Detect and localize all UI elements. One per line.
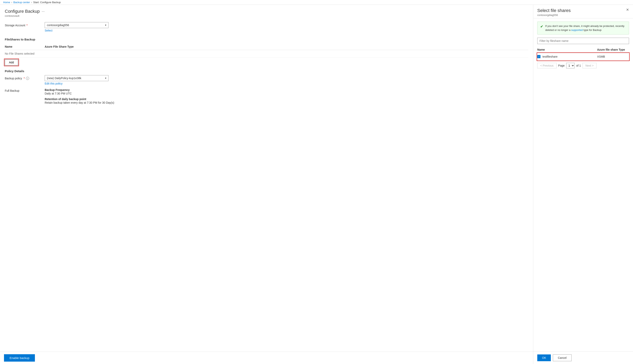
page-of-label: of 1 xyxy=(576,64,581,67)
add-button[interactable]: Add xyxy=(5,60,18,66)
file-type-cell: XSMB xyxy=(597,55,629,58)
file-name-cell: testfileshare xyxy=(542,55,597,58)
policy-chevron-icon: ▾ xyxy=(105,77,106,80)
breadcrumb-backup-center[interactable]: Backup center xyxy=(13,1,30,4)
right-bottom: OK Cancel xyxy=(533,352,633,364)
right-panel: Select file shares contosorgdiag556 ✕ ✔ … xyxy=(533,5,633,364)
file-table-header: Name Azure file share Type xyxy=(537,46,629,53)
file-row[interactable]: ✓ testfileshare XSMB xyxy=(537,53,629,60)
enable-backup-button[interactable]: Enable backup xyxy=(4,354,35,362)
close-button[interactable]: ✕ xyxy=(626,8,629,12)
select-link[interactable]: Select xyxy=(45,29,53,32)
backup-freq-title: Backup Frequency xyxy=(45,88,528,92)
policy-section: Policy Details Backup policy * i (new) D… xyxy=(5,69,528,107)
check-icon: ✔ xyxy=(540,24,543,29)
supported-link[interactable]: supported xyxy=(571,28,583,32)
full-backup-label: Full Backup xyxy=(5,88,45,92)
bottom-bar: Enable backup xyxy=(0,352,533,364)
policy-section-title: Policy Details xyxy=(5,69,528,73)
cancel-button[interactable]: Cancel xyxy=(553,354,571,361)
backup-policy-dropdown[interactable]: (new) DailyPolicy-kup1e38k ▾ xyxy=(45,75,109,81)
col-name-header: Name xyxy=(5,45,45,48)
breadcrumb-current: Start: Configure Backup xyxy=(33,1,61,4)
backup-policy-label: Backup policy xyxy=(5,77,22,80)
pagination: < Previous Page 1 of 1 Next > xyxy=(537,63,629,68)
fileshares-section: FileShares to Backup Name Azure File Sha… xyxy=(5,38,528,66)
breadcrumb-home[interactable]: Home xyxy=(3,1,10,4)
edit-policy-link[interactable]: Edit this policy xyxy=(45,82,63,85)
page-title: Configure Backup xyxy=(5,9,40,14)
ok-button[interactable]: OK xyxy=(537,354,551,361)
previous-button[interactable]: < Previous xyxy=(537,63,557,68)
info-icon[interactable]: i xyxy=(26,77,29,80)
backup-policy-value: (new) DailyPolicy-kup1e38k xyxy=(47,76,81,80)
info-banner: ✔ If you don't see your file share, it m… xyxy=(537,22,629,34)
no-files-label: No File Shares selected xyxy=(5,52,45,55)
storage-account-dropdown[interactable]: contosorgdiag556 ▾ xyxy=(45,22,109,28)
vault-subtitle: contosovault xyxy=(5,14,528,17)
storage-label: Storage Account * xyxy=(5,22,45,27)
page-select[interactable]: 1 xyxy=(566,63,574,68)
banner-text: If you don't see your file share, it mig… xyxy=(545,24,626,32)
retention-value: Retain backup taken every day at 7:30 PM… xyxy=(45,101,528,104)
chevron-down-icon: ▾ xyxy=(105,24,106,26)
filter-input[interactable] xyxy=(537,38,629,44)
fileshares-title: FileShares to Backup xyxy=(5,38,528,41)
no-files-row: No File Shares selected xyxy=(5,50,528,58)
fileshares-header: Name Azure File Share Type xyxy=(5,44,528,50)
retention-title: Retention of daily backup point xyxy=(45,98,528,101)
breadcrumb: Home › Backup center › Start: Configure … xyxy=(0,0,633,5)
storage-account-value: contosorgdiag556 xyxy=(47,24,69,27)
next-button[interactable]: Next > xyxy=(582,63,597,68)
right-panel-subtitle: contosorgdiag556 xyxy=(537,14,571,16)
file-col-type-header: Azure file share Type xyxy=(597,48,629,51)
right-panel-title: Select file shares xyxy=(537,8,571,13)
col-type-header: Azure File Share Type xyxy=(45,45,528,48)
file-col-name-header: Name xyxy=(537,48,597,51)
backup-freq-value: Daily at 7:30 PM UTC xyxy=(45,92,528,95)
file-checkbox[interactable]: ✓ xyxy=(537,55,540,58)
right-panel-header: Select file shares contosorgdiag556 ✕ xyxy=(533,5,633,18)
page-label: Page xyxy=(558,64,565,67)
more-options-icon[interactable]: ··· xyxy=(42,9,45,14)
left-panel: Configure Backup ··· contosovault Storag… xyxy=(0,5,533,364)
